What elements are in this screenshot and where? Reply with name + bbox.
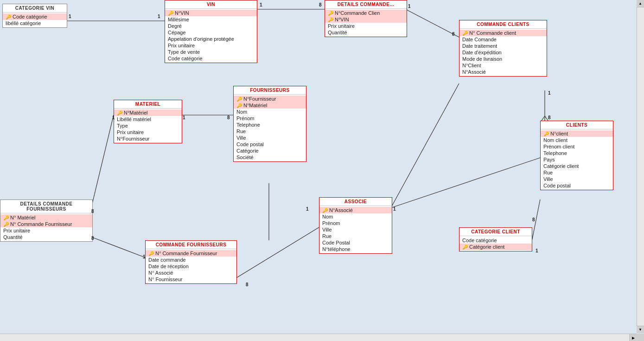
- table-row: Appelation d'origine protégée: [165, 36, 257, 42]
- multiplicity: 8: [246, 282, 249, 287]
- multiplicity: 8: [532, 217, 535, 222]
- key-icon: 🔑: [543, 131, 549, 136]
- table-row: Telephone: [541, 150, 613, 156]
- table-row: Millésime: [165, 16, 257, 23]
- table-header-cc: CATEGORIE CLIENT: [459, 228, 532, 236]
- multiplicity: 1: [69, 14, 71, 19]
- table-row: N° Associé: [146, 270, 236, 276]
- table-row: 🔑 N°Fournisseur: [234, 96, 306, 102]
- table-row: Mode de livraison: [459, 56, 547, 62]
- multiplicity: 1: [408, 4, 411, 9]
- key-icon: 🔑: [462, 244, 468, 250]
- multiplicity: 8: [227, 115, 230, 120]
- table-row: 🔑 N°Matériel: [234, 102, 306, 109]
- table-row: Date de réception: [146, 263, 236, 270]
- table-header-categorie-vin: CATEGORIE VIN: [3, 4, 67, 13]
- scroll-up-button[interactable]: ▲: [637, 0, 644, 7]
- table-header-vin: VIN: [165, 0, 257, 9]
- key-icon: 🔑: [148, 251, 154, 256]
- table-header-cf: COMMANDE FOURNISSEURS: [146, 241, 236, 249]
- table-row: Prénom client: [541, 143, 613, 150]
- key-icon: 🔑: [3, 215, 9, 220]
- key-icon: 🔑: [322, 208, 328, 213]
- key-icon: 🔑: [462, 31, 468, 36]
- table-row: 🔑 N°Associé: [319, 207, 392, 213]
- svg-line-4: [542, 116, 545, 121]
- table-row: 🔑 N° Matériel: [0, 214, 92, 221]
- multiplicity: 1: [306, 206, 309, 212]
- table-row: Quantité: [0, 234, 92, 240]
- table-vin: VIN 🔑 N°VIN Millésime Degré Cépage Appel…: [165, 0, 257, 63]
- table-fournisseurs: FOURNISSEURS 🔑 N°Fournisseur 🔑 N°Matérie…: [233, 86, 306, 162]
- table-row: Rue: [541, 169, 613, 176]
- table-row: 🔑 N°client: [541, 130, 613, 137]
- table-row: Date d'éxpédition: [459, 49, 547, 56]
- table-row: 🔑 N° Commande client: [459, 30, 547, 36]
- table-header-fournisseurs: FOURNISSEURS: [234, 86, 306, 95]
- table-row: Rue: [234, 128, 306, 135]
- multiplicity: 1: [393, 206, 396, 212]
- table-row: Degré: [165, 23, 257, 29]
- table-header-details-commande: DETAILS COMMANDE...: [325, 0, 407, 9]
- table-row: Ville: [319, 226, 392, 233]
- table-row: Pays: [541, 156, 613, 163]
- table-row: Date traitement: [459, 43, 547, 49]
- svg-line-13: [531, 199, 540, 246]
- scrollbar-bottom[interactable]: ▶: [0, 334, 637, 341]
- table-row: 🔑 N°VIN: [325, 16, 407, 23]
- table-row: Type: [114, 122, 182, 129]
- table-row: Prénom: [319, 220, 392, 226]
- table-commande-clients: COMMANDE CLIENTS 🔑 N° Commande client Da…: [459, 20, 547, 77]
- table-row: 🔑 N°Commande Clien: [325, 10, 407, 16]
- table-row: 🔑 Catégorie client: [459, 244, 532, 250]
- table-row: 🔑 N° Commande Fournisseur: [146, 250, 236, 257]
- svg-line-10: [236, 227, 319, 278]
- scrollbar-right[interactable]: ▲ ▼: [637, 0, 644, 333]
- key-icon: 🔑: [3, 222, 9, 227]
- table-row: Code catégorie: [459, 237, 532, 244]
- table-row: Date Comande: [459, 36, 547, 43]
- table-row: Nom: [319, 213, 392, 220]
- diagram-canvas: CATEGORIE VIN 🔑 Code catégorie libéllé c…: [0, 0, 644, 341]
- table-row: N°Associé: [459, 69, 547, 75]
- multiplicity: 1: [260, 2, 262, 7]
- table-row: 🔑 N°VIN: [165, 10, 257, 16]
- multiplicity: 1: [183, 115, 185, 120]
- table-row: Prix unitaire: [165, 42, 257, 49]
- table-row: Cépage: [165, 29, 257, 36]
- scroll-down-button[interactable]: ▼: [637, 326, 644, 333]
- multiplicity: 8: [548, 115, 551, 120]
- table-associe: ASSOCIE 🔑 N°Associé Nom Prénom Ville Rue…: [319, 197, 392, 254]
- table-row: Quantité: [325, 29, 407, 36]
- multiplicity: 1: [536, 248, 538, 253]
- svg-line-8: [90, 115, 114, 211]
- table-row: Type de vente: [165, 49, 257, 55]
- table-row: Prix unitaire: [325, 23, 407, 29]
- table-row: 🔑 N°Matériel: [114, 109, 182, 116]
- table-details-commande: DETAILS COMMANDE... 🔑 N°Commande Clien 🔑…: [325, 0, 407, 37]
- multiplicity: 1: [158, 14, 160, 19]
- key-icon: 🔑: [328, 11, 333, 16]
- table-materiel: MATERIEL 🔑 N°Matériel Libéllé matériel T…: [114, 100, 182, 143]
- svg-line-11: [391, 84, 459, 208]
- table-categorie-vin: CATEGORIE VIN 🔑 Code catégorie libéllé c…: [2, 4, 67, 28]
- multiplicity: 8: [91, 209, 94, 214]
- table-row: N°Fournisseur: [114, 135, 182, 142]
- table-row: Nom client: [541, 137, 613, 143]
- multiplicity: 8: [319, 2, 322, 7]
- table-header-commande-clients: COMMANDE CLIENTS: [459, 20, 547, 29]
- table-row: Libéllé matériel: [114, 116, 182, 122]
- table-row: Telephone: [234, 122, 306, 128]
- table-row: Prix unitaire: [114, 129, 182, 135]
- table-row: Ville: [234, 135, 306, 141]
- key-icon: 🔑: [117, 110, 122, 116]
- key-icon: 🔑: [328, 17, 333, 22]
- key-icon: 🔑: [168, 11, 173, 16]
- table-row: Prénom: [234, 115, 306, 122]
- table-commande-fournisseurs: COMMANDE FOURNISSEURS 🔑 N° Commande Four…: [145, 240, 237, 284]
- table-row: Code postal: [234, 141, 306, 148]
- table-clients: CLIENTS 🔑 N°client Nom client Prénom cli…: [540, 121, 613, 190]
- scroll-right-button[interactable]: ▶: [629, 334, 637, 341]
- multiplicity: 8: [452, 32, 455, 37]
- table-header-associe: ASSOCIE: [319, 198, 392, 206]
